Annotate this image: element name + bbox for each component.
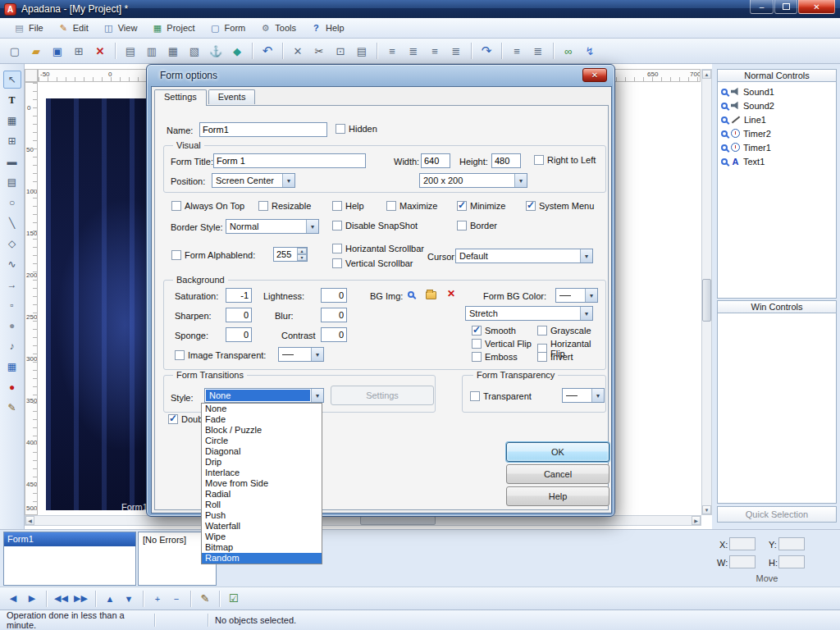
position-combobox[interactable]: Screen Center▾ — [212, 173, 295, 188]
stretch-combobox[interactable]: Stretch▾ — [465, 306, 593, 321]
form-preview-button[interactable]: ⊞ — [69, 41, 89, 61]
spin-down-icon[interactable]: ▾ — [297, 254, 307, 261]
bg-open-folder-icon[interactable] — [426, 291, 436, 299]
width-input[interactable] — [421, 153, 450, 168]
designer-diamond-button[interactable]: ◆ — [227, 41, 247, 61]
dropdown-option[interactable]: Push — [202, 510, 322, 521]
lightness-input[interactable] — [321, 288, 347, 303]
dropdown-arrow-icon[interactable]: ▾ — [311, 348, 323, 361]
scroll-left-icon[interactable]: ◀ — [25, 516, 34, 525]
grayscale-checkbox[interactable]: Grayscale — [537, 326, 591, 336]
height-input[interactable] — [491, 153, 521, 168]
dropdown-arrow-icon[interactable]: ▾ — [591, 389, 604, 402]
image-transparent-color-picker[interactable]: ▾ — [278, 347, 324, 362]
image-transparent-checkbox[interactable]: Image Transparent: — [175, 350, 266, 360]
dropdown-option[interactable]: Interlace — [202, 468, 322, 478]
align-right-button[interactable]: ≡ — [425, 41, 445, 61]
cut-button[interactable]: ✂ — [309, 41, 329, 61]
always-on-top-checkbox[interactable]: Always On Top — [171, 201, 244, 211]
control-item-timer2[interactable]: Timer2 — [718, 126, 836, 140]
scroll-right-icon[interactable]: ▶ — [692, 516, 701, 525]
scroll-down-icon[interactable]: ▼ — [702, 505, 711, 514]
close-project-button[interactable]: ✕ — [90, 41, 110, 61]
form-bg-color-picker[interactable]: ▾ — [555, 288, 598, 303]
help-checkbox[interactable]: Help — [332, 201, 364, 211]
edit-pen-button[interactable]: ✎ — [197, 591, 213, 607]
link-button[interactable]: ∞ — [559, 41, 578, 61]
align-center-button[interactable]: ≣ — [404, 41, 423, 61]
menu-item-view[interactable]: ◫View — [96, 21, 145, 36]
transition-style-combobox[interactable]: None▾ — [204, 388, 324, 403]
tool-text[interactable]: T — [3, 91, 21, 109]
border-checkbox[interactable]: Border — [457, 221, 497, 231]
help-button[interactable]: Help — [506, 486, 609, 506]
dropdown-arrow-icon[interactable]: ▾ — [580, 249, 592, 262]
tool-combobox[interactable]: ▤ — [3, 173, 21, 191]
apply-check-button[interactable]: ☑ — [226, 591, 242, 607]
maximize-checkbox[interactable]: Maximize — [386, 201, 437, 211]
undo-button[interactable]: ↶ — [258, 41, 277, 61]
spin-up-icon[interactable]: ▴ — [297, 248, 307, 254]
tool-arrow[interactable]: → — [3, 276, 21, 294]
sharpen-input[interactable] — [226, 308, 252, 322]
tab-events[interactable]: Events — [208, 89, 256, 104]
control-item-text1[interactable]: Text1 — [718, 154, 836, 168]
dropdown-option-selected[interactable]: Random — [202, 553, 322, 564]
saturation-input[interactable] — [226, 288, 252, 303]
form-title-input[interactable] — [213, 153, 366, 168]
new-file-button[interactable]: ▢ — [5, 41, 25, 61]
minimize-checkbox[interactable]: Minimize — [457, 201, 505, 211]
tool-sphere[interactable]: ● — [3, 317, 21, 335]
align-top-button[interactable]: ≣ — [446, 41, 466, 61]
h-field[interactable] — [778, 555, 805, 568]
nav-first-button[interactable]: ◀◀ — [52, 591, 70, 607]
nav-prev-button[interactable]: ◀ — [5, 591, 21, 607]
menu-item-file[interactable]: ▤File — [7, 21, 51, 36]
layout-columns-button[interactable]: ▥ — [142, 41, 162, 61]
paste-button[interactable]: ▤ — [352, 41, 372, 61]
name-input[interactable] — [199, 122, 327, 137]
vertical-flip-checkbox[interactable]: Vertical Flip — [472, 339, 532, 349]
control-item-line1[interactable]: Line1 — [718, 112, 836, 126]
transition-settings-button[interactable]: Settings — [331, 386, 434, 405]
close-button[interactable]: ✕ — [798, 0, 835, 14]
tool-button[interactable]: ⊞ — [3, 132, 21, 150]
dropdown-arrow-icon[interactable]: ▾ — [580, 307, 592, 320]
dropdown-option[interactable]: Fade — [202, 414, 322, 425]
menu-item-form[interactable]: ▢Form — [203, 21, 253, 36]
vertical-scrollbar[interactable]: ▲ ▼ — [701, 69, 712, 515]
menu-item-project[interactable]: ▦Project — [144, 21, 202, 36]
w-field[interactable] — [729, 555, 756, 568]
minimize-button[interactable]: – — [750, 0, 774, 14]
emboss-checkbox[interactable]: Emboss — [472, 352, 518, 362]
tool-curve[interactable]: ∿ — [3, 255, 21, 273]
menu-item-edit[interactable]: ✎Edit — [51, 21, 96, 36]
disable-snapshot-checkbox[interactable]: Disable SnapShot — [332, 221, 418, 231]
dropdown-arrow-icon[interactable]: ▾ — [306, 220, 318, 233]
dropdown-option[interactable]: Circle — [202, 436, 322, 446]
border-style-combobox[interactable]: Normal▾ — [226, 219, 319, 234]
tool-polygon[interactable]: ◇ — [3, 235, 21, 253]
cancel-button[interactable]: Cancel — [506, 464, 609, 484]
x-field[interactable] — [729, 537, 756, 550]
add-item-button[interactable]: + — [149, 591, 166, 607]
size-combobox[interactable]: 200 x 200▾ — [419, 173, 527, 188]
delete-button[interactable]: ✕ — [288, 41, 308, 61]
tool-line[interactable]: ╲ — [3, 214, 21, 232]
align-left-button[interactable]: ≡ — [382, 41, 402, 61]
right-to-left-checkbox[interactable]: Right to Left — [534, 155, 596, 165]
system-menu-checkbox[interactable]: System Menu — [526, 201, 594, 211]
transparent-checkbox[interactable]: Transparent — [470, 391, 532, 401]
vertical-scrollbar-checkbox[interactable]: Vertical Scrollbar — [332, 258, 413, 268]
layout-cells-button[interactable]: ▦ — [163, 41, 183, 61]
dropdown-option[interactable]: Move from Side — [202, 478, 322, 489]
bg-zoom-icon[interactable] — [408, 291, 414, 298]
bg-clear-icon[interactable]: ✕ — [447, 288, 455, 299]
dropdown-option[interactable]: Radial — [202, 489, 322, 500]
control-item-sound1[interactable]: Sound1 — [718, 84, 836, 98]
dropdown-option[interactable]: Diagonal — [202, 446, 322, 457]
layout-shade-button[interactable]: ▧ — [185, 41, 204, 61]
tool-select[interactable]: ↖ — [3, 71, 21, 89]
vertical-scroll-thumb[interactable] — [702, 279, 711, 322]
cursor-combobox[interactable]: Default▾ — [455, 249, 593, 263]
